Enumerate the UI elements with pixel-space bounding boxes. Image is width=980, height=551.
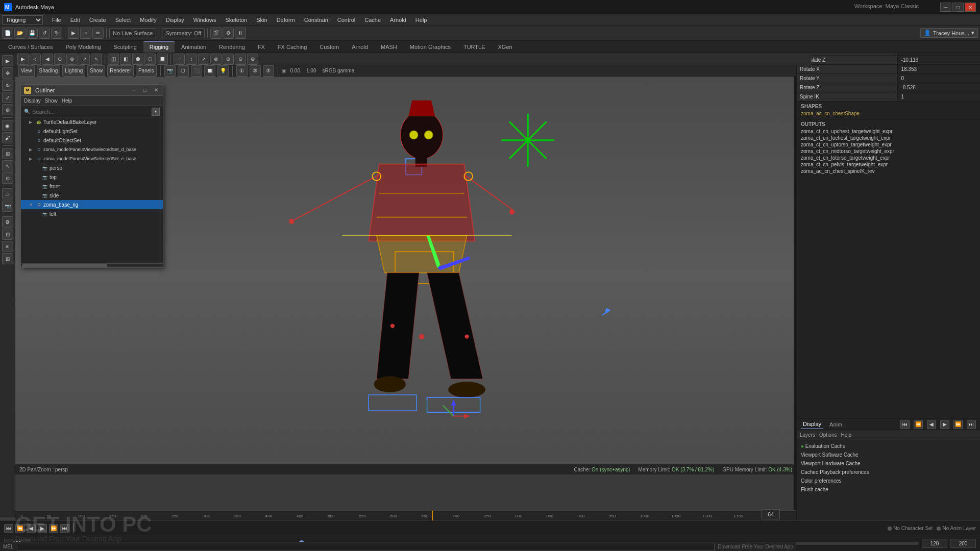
menu-file[interactable]: File xyxy=(48,16,65,24)
rb-evaluation-cache[interactable]: ● Evaluation Cache xyxy=(799,442,978,450)
outliner-item-left[interactable]: 📷 left xyxy=(21,209,163,218)
rb-viewport-sw-cache[interactable]: Viewport Software Cache xyxy=(799,451,978,459)
outliner-item-panel4e[interactable]: ▶ ⊙ zoma_modelPanel4ViewSelectedSet_e_ba… xyxy=(21,154,163,163)
outliner-minimize[interactable]: ─ xyxy=(130,87,137,94)
menu-constrain[interactable]: Constrain xyxy=(300,16,332,24)
rig-constraint-1[interactable]: ⊣ xyxy=(174,54,185,65)
channel-rotate-z[interactable]: Rotate Z -8.526 xyxy=(797,83,980,92)
rotate-tool[interactable]: ↻ xyxy=(2,80,13,91)
pause-button[interactable]: ⏸ xyxy=(235,28,246,39)
outliner-maximize[interactable]: □ xyxy=(141,87,149,94)
rb-viewport-hw-cache[interactable]: Viewport Hardware Cache xyxy=(799,460,978,467)
view-menu-show[interactable]: Show xyxy=(87,65,105,77)
close-button[interactable]: ✕ xyxy=(965,3,976,12)
tab-arnold[interactable]: Arnold xyxy=(346,41,374,53)
tab-custom[interactable]: Custom xyxy=(313,41,345,53)
outliner-menu-display[interactable]: Display xyxy=(24,98,41,104)
menu-skin[interactable]: Skin xyxy=(252,16,271,24)
range-end2-field[interactable] xyxy=(950,539,976,548)
output-7[interactable]: zoma_ac_cn_chest_spineIK_rev xyxy=(801,168,976,174)
move-tool[interactable]: ✥ xyxy=(2,67,13,79)
output-4[interactable]: zoma_ct_cn_midtorso_targetweight_expr xyxy=(801,148,976,155)
outliner-item-side[interactable]: 📷 side xyxy=(21,191,163,200)
tab-poly-modeling[interactable]: Poly Modeling xyxy=(59,41,107,53)
rig-geo-3[interactable]: ⬟ xyxy=(132,54,143,65)
texture-icon[interactable]: 🔲 xyxy=(204,65,215,77)
rb-options-menu[interactable]: Options xyxy=(819,432,837,438)
rigging-btn-1[interactable]: ⚙ xyxy=(2,216,13,228)
output-1[interactable]: zoma_ct_cn_upchest_targetweight_expr xyxy=(801,128,976,135)
rb-next-key[interactable]: ⏭ xyxy=(967,420,976,429)
tab-sculpting[interactable]: Sculpting xyxy=(108,41,143,53)
shapes-item[interactable]: zoma_ac_cn_chestShape xyxy=(801,110,976,117)
no-live-surface-label[interactable]: No Live Surface xyxy=(109,28,156,38)
go-start-button[interactable]: ⏮ xyxy=(4,524,13,533)
outliner-filter-dropdown[interactable]: ▾ xyxy=(152,108,160,116)
output-2[interactable]: zoma_ct_cn_lochest_targetweight_expr xyxy=(801,135,976,141)
menu-skeleton[interactable]: Skeleton xyxy=(221,16,251,24)
menu-deform[interactable]: Deform xyxy=(273,16,299,24)
panel-resize-handle[interactable] xyxy=(794,14,797,551)
tab-curves-surfaces[interactable]: Curves / Surfaces xyxy=(2,41,59,53)
go-end-button[interactable]: ⏭ xyxy=(60,524,69,533)
rig-tool-4[interactable]: ⊙ xyxy=(54,54,65,65)
menu-help[interactable]: Help xyxy=(411,16,431,24)
outliner-horizontal-scrollbar[interactable] xyxy=(21,263,163,267)
solid-icon[interactable]: ⬛ xyxy=(191,65,202,77)
tab-mash[interactable]: MASH xyxy=(375,41,403,53)
menu-cache[interactable]: Cache xyxy=(360,16,385,24)
rig-tool-2[interactable]: ◁ xyxy=(30,54,41,65)
module-dropdown[interactable]: Rigging Modeling Animation Rendering xyxy=(2,15,43,24)
render-settings-button[interactable]: ⚙ xyxy=(223,28,234,39)
view-menu-shading[interactable]: Shading xyxy=(37,65,61,77)
outliner-item-zoma-rig[interactable]: ▼ ⚙ zoma_base_rig xyxy=(21,200,163,209)
rig-geo-2[interactable]: ◧ xyxy=(120,54,131,65)
save-file-button[interactable]: 💾 xyxy=(27,28,38,39)
rigging-btn-3[interactable]: ≡ xyxy=(2,241,13,252)
select-tool-lt[interactable]: ▶ xyxy=(2,55,13,66)
rig-joint-2[interactable]: ⊘ xyxy=(223,54,234,65)
snap-grid[interactable]: ⊞ xyxy=(2,148,13,159)
rig-geo-5[interactable]: 🔲 xyxy=(157,54,168,65)
rig-joint-3[interactable]: ⊙ xyxy=(235,54,246,65)
play-forward-button[interactable]: ▶ xyxy=(38,524,47,533)
outliner-close[interactable]: ✕ xyxy=(153,87,160,94)
next-key-button[interactable]: ⏩ xyxy=(49,524,58,533)
channel-rotate-y[interactable]: Rotate Y 0 xyxy=(797,74,980,83)
rig-tool-3[interactable]: ◀ xyxy=(42,54,53,65)
rigging-btn-2[interactable]: ⊡ xyxy=(2,229,13,240)
menu-arnold[interactable]: Arnold xyxy=(386,16,410,24)
symmetry-label[interactable]: Symmetry: Off xyxy=(162,28,205,38)
tab-fx[interactable]: FX xyxy=(252,41,271,53)
light-icon[interactable]: 💡 xyxy=(217,65,229,77)
camera-settings[interactable]: 📷 xyxy=(2,201,13,212)
viewport-res-3[interactable]: ③ xyxy=(263,65,274,77)
rig-geo-1[interactable]: ◫ xyxy=(108,54,119,65)
tab-xgen[interactable]: XGen xyxy=(492,41,519,53)
open-file-button[interactable]: 📂 xyxy=(14,28,26,39)
wireframe-icon[interactable]: ⬡ xyxy=(178,65,189,77)
undo-button[interactable]: ↺ xyxy=(39,28,50,39)
rb-flush-cache[interactable]: Flush cache xyxy=(799,486,978,493)
rig-constraint-2[interactable]: ↕ xyxy=(186,54,197,65)
menu-windows[interactable]: Windows xyxy=(189,16,220,24)
mel-command-input[interactable] xyxy=(17,543,715,551)
tab-animation[interactable]: Animation xyxy=(175,41,212,53)
user-dropdown-icon[interactable]: ▾ xyxy=(971,30,974,36)
rb-tab-anim[interactable]: Anim xyxy=(827,420,844,429)
rb-play-forward[interactable]: ▶ xyxy=(940,420,949,429)
output-6[interactable]: zoma_ct_cn_pelvis_targetweight_expr xyxy=(801,161,976,168)
menu-create[interactable]: Create xyxy=(85,16,110,24)
view-menu-view[interactable]: View xyxy=(18,65,35,77)
paint-select-button[interactable]: ✏ xyxy=(92,28,104,39)
outliner-item-lightset[interactable]: ⊙ defaultLightSet xyxy=(21,127,163,136)
rb-play-back[interactable]: ◀ xyxy=(927,420,936,429)
tab-motion-graphics[interactable]: Motion Graphics xyxy=(404,41,457,53)
menu-select[interactable]: Select xyxy=(111,16,135,24)
range-end-field[interactable] xyxy=(922,539,947,548)
tab-turtle[interactable]: TURTLE xyxy=(457,41,492,53)
viewport-res-1[interactable]: ① xyxy=(236,65,248,77)
rig-tool-5[interactable]: ⊕ xyxy=(66,54,78,65)
rig-constraint-3[interactable]: ↗ xyxy=(198,54,209,65)
rig-joint-4[interactable]: ⊛ xyxy=(247,54,258,65)
